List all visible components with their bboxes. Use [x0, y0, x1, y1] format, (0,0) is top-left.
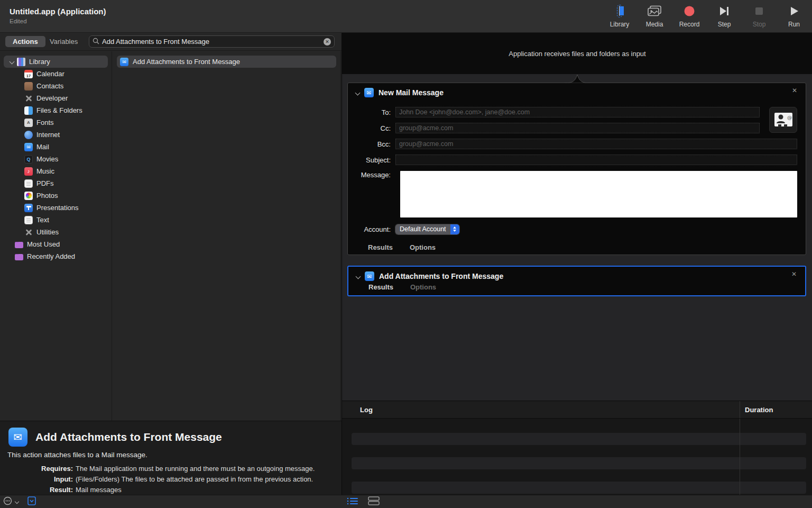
sidebar-item-library[interactable]: Library [4, 56, 108, 68]
log-row [352, 433, 806, 445]
presentations-icon [24, 204, 33, 212]
sidebar-item-internet[interactable]: Internet [0, 129, 112, 141]
sidebar-item-utilities[interactable]: Utilities [0, 226, 112, 238]
mail-icon: ✉ [120, 58, 128, 66]
developer-icon [24, 94, 33, 103]
sidebar-item-recently-added[interactable]: Recently Added [0, 250, 112, 262]
workflow-canvas: Application receives files and folders a… [342, 33, 812, 495]
sidebar-item-most-used[interactable]: Most Used [0, 238, 112, 250]
sidebar-item-contacts[interactable]: Contacts [0, 80, 112, 92]
log-header-row: Log Duration [342, 401, 812, 419]
movies-icon: Q [24, 155, 33, 164]
message-label: Message: [352, 171, 395, 179]
actions-variables-tabbar: Actions Variables ✕ [0, 33, 342, 51]
to-label: To: [352, 108, 395, 116]
log-row [352, 457, 806, 469]
record-toolbar-button[interactable]: Record [679, 3, 700, 28]
stop-icon [754, 3, 764, 19]
search-icon [93, 37, 99, 47]
close-icon[interactable]: ✕ [792, 87, 797, 94]
folder-icon [15, 242, 23, 248]
stop-toolbar-button[interactable]: Stop [749, 3, 770, 28]
library-panel-icon [617, 3, 622, 19]
action-card-new-mail-message: ✉ New Mail Message ✕ To: Cc: Bcc: Subjec… [347, 83, 806, 255]
sidebar-item-calendar[interactable]: Calendar [0, 68, 112, 80]
mail-icon: ✉ [8, 428, 27, 447]
message-field[interactable] [400, 171, 797, 217]
sidebar-item-photos[interactable]: Photos [0, 189, 112, 202]
chevron-down-icon[interactable] [15, 500, 19, 504]
library-toolbar-button[interactable]: Library [609, 3, 630, 28]
sidebar-item-mail[interactable]: ✉Mail [0, 141, 112, 153]
subject-field[interactable] [395, 155, 797, 165]
sidebar-item-files-folders[interactable]: Files & Folders [0, 104, 112, 116]
cc-field[interactable] [395, 123, 760, 133]
chevron-down-icon[interactable] [355, 90, 360, 95]
to-field[interactable] [395, 107, 760, 117]
contacts-icon [24, 82, 33, 90]
results-link[interactable]: Results [368, 283, 393, 292]
search-input[interactable] [102, 38, 324, 46]
requires-label: Requires: [0, 464, 73, 474]
account-popup-button[interactable]: Default Account [395, 224, 459, 234]
results-link[interactable]: Results [368, 243, 393, 252]
tab-variables[interactable]: Variables [50, 36, 78, 47]
contacts-picker-button[interactable]: @ [769, 107, 797, 133]
sidebar-item-developer[interactable]: Developer [0, 92, 112, 104]
svg-text:@: @ [787, 115, 792, 120]
sidebar-item-movies[interactable]: QMovies [0, 153, 112, 165]
mail-icon: ✉ [364, 88, 374, 97]
result-label: Result: [0, 485, 73, 495]
bcc-label: Bcc: [352, 140, 395, 148]
window-edited-status: Edited [10, 18, 27, 24]
sidebar-item-presentations[interactable]: Presentations [0, 202, 112, 214]
sidebar-item-pdfs[interactable]: PDFs [0, 177, 112, 189]
folder-icon [15, 254, 23, 260]
action-description-summary: This action attaches files to a Mail mes… [7, 451, 147, 459]
options-link[interactable]: Options [410, 283, 436, 292]
media-pane-toggle-icon[interactable] [27, 496, 36, 507]
bcc-field[interactable] [395, 139, 797, 149]
run-toolbar-button[interactable]: Run [783, 3, 805, 28]
library-sidebar: Library Calendar Contacts Developer File… [0, 51, 112, 421]
step-toolbar-button[interactable]: Step [714, 3, 735, 28]
action-result-add-attachments[interactable]: ✉ Add Attachments to Front Message [117, 56, 336, 68]
column-divider [740, 419, 740, 495]
utilities-icon [24, 228, 33, 237]
mail-icon: ✉ [365, 271, 374, 281]
action-description-title: Add Attachments to Front Message [35, 431, 222, 443]
calendar-icon [24, 70, 33, 78]
sidebar-item-fonts[interactable]: AFonts [0, 116, 112, 129]
log-panel: Log Duration [342, 401, 812, 495]
list-view-icon[interactable] [347, 497, 358, 507]
action-card-title: New Mail Message [379, 88, 444, 97]
action-card-add-attachments[interactable]: ✉ Add Attachments to Front Message ✕ Res… [347, 266, 806, 296]
chevron-down-icon[interactable] [356, 274, 361, 279]
sidebar-item-text[interactable]: Text [0, 214, 112, 226]
log-column-header: Log [360, 406, 373, 414]
toolbar: Library Media Record [609, 3, 805, 28]
more-actions-icon[interactable] [3, 496, 12, 507]
chevron-down-icon[interactable] [10, 60, 14, 64]
close-icon[interactable]: ✕ [791, 270, 797, 278]
media-icon [647, 3, 662, 19]
input-text: (Files/Folders) The files to be attached… [76, 474, 337, 484]
pdf-icon [24, 179, 33, 188]
mail-icon: ✉ [24, 143, 33, 151]
action-results-list: ✉ Add Attachments to Front Message [113, 51, 341, 421]
duration-column-header: Duration [745, 406, 773, 414]
tab-actions[interactable]: Actions [5, 36, 45, 47]
record-icon [684, 3, 695, 19]
statusbar [0, 495, 812, 508]
search-clear-icon[interactable]: ✕ [324, 38, 331, 46]
media-toolbar-button[interactable]: Media [644, 3, 665, 28]
column-divider [740, 401, 740, 418]
workflow-view-icon[interactable] [368, 496, 380, 507]
finder-icon [24, 106, 33, 115]
sidebar-item-music[interactable]: ♪Music [0, 165, 112, 177]
library-books-icon [17, 58, 25, 66]
titlebar: Untitled.app (Application) Edited Librar… [0, 0, 812, 33]
action-search-field[interactable]: ✕ [89, 35, 335, 48]
options-link[interactable]: Options [410, 243, 436, 252]
address-card-icon: @ [773, 112, 793, 129]
